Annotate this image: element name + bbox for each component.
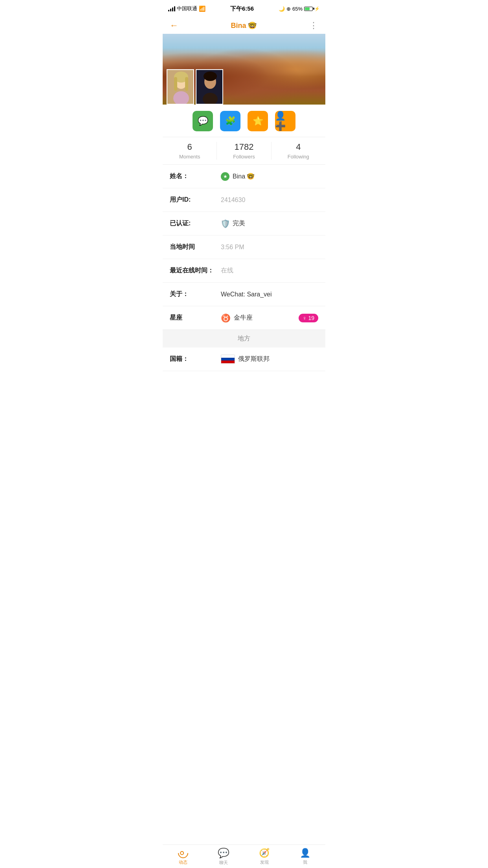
name-label: 姓名： xyxy=(170,172,221,180)
about-value: WeChat: Sara_vei xyxy=(221,291,272,298)
onlinetime-row: 最近在线时间： 在线 xyxy=(163,259,325,283)
photo-svg-2 xyxy=(196,70,223,105)
russia-flag-icon xyxy=(221,355,235,364)
gender-badge: ♀ 19 xyxy=(299,314,318,322)
zodiac-text: 金牛座 xyxy=(234,314,253,322)
nationality-text: 俄罗斯联邦 xyxy=(238,355,270,363)
following-count: 4 xyxy=(296,142,301,152)
charging-icon: ⚡ xyxy=(314,6,320,11)
action-buttons: 💬 🧩 ⭐ 👤➕ xyxy=(163,105,325,137)
following-label: Following xyxy=(288,154,309,160)
taurus-icon: ♉ xyxy=(221,313,231,323)
flag-stripe-white xyxy=(221,355,235,358)
status-right: 🌙 ⊕ 65% ⚡ xyxy=(279,6,320,12)
back-button[interactable]: ← xyxy=(170,20,178,31)
puzzle-button[interactable]: 🧩 xyxy=(220,111,240,131)
message-button[interactable]: 💬 xyxy=(193,111,213,131)
name-value: ★ Bina 🤓 xyxy=(221,172,255,181)
star-icon: ⭐ xyxy=(253,116,263,126)
cover-photo-1[interactable] xyxy=(167,69,194,105)
battery-fill xyxy=(305,7,310,10)
status-left: 中国联通 📶 xyxy=(168,5,205,12)
at-icon: ⊕ xyxy=(286,6,291,12)
moments-label: Moments xyxy=(179,154,200,160)
location-section-header: 地方 xyxy=(163,330,325,348)
svg-rect-3 xyxy=(174,77,177,91)
verified-star-icon: ★ xyxy=(221,172,229,181)
about-label: 关于： xyxy=(170,290,221,298)
favorite-button[interactable]: ⭐ xyxy=(248,111,268,131)
nationality-value: 俄罗斯联邦 xyxy=(221,355,270,364)
flag-stripe-blue xyxy=(221,358,235,360)
moon-icon: 🌙 xyxy=(279,6,285,12)
localtime-row: 当地时间 3:56 PM xyxy=(163,235,325,259)
battery-icon xyxy=(304,7,313,11)
localtime-value: 3:56 PM xyxy=(221,244,244,251)
flag-stripe-red xyxy=(221,360,235,363)
verified-row: 已认证: 🛡️ 完美 xyxy=(163,212,325,235)
message-icon: 💬 xyxy=(198,116,208,126)
puzzle-icon: 🧩 xyxy=(225,116,236,126)
page-title: Bina 🤓 xyxy=(231,21,257,30)
verified-label: 已认证: xyxy=(170,219,221,228)
verified-value: 🛡️ 完美 xyxy=(221,219,245,229)
onlinetime-label: 最近在线时间： xyxy=(170,267,221,275)
wifi-icon: 📶 xyxy=(199,6,205,12)
more-button[interactable]: ⋮ xyxy=(309,20,318,31)
onlinetime-value: 在线 xyxy=(221,267,233,275)
cover-photo-2[interactable] xyxy=(196,69,223,105)
followers-count: 1782 xyxy=(235,142,254,152)
zodiac-row: 星座 ♉ 金牛座 ♀ 19 xyxy=(163,306,325,330)
moments-stat[interactable]: 6 Moments xyxy=(163,142,216,160)
add-friend-button[interactable]: 👤➕ xyxy=(275,111,295,131)
profile-info: 姓名： ★ Bina 🤓 用户ID: 2414630 已认证: 🛡️ 完美 当地… xyxy=(163,165,325,330)
photo-svg-1 xyxy=(167,70,194,105)
status-bar: 中国联通 📶 下午6:56 🌙 ⊕ 65% ⚡ xyxy=(163,0,325,17)
verified-text: 完美 xyxy=(233,219,245,228)
name-text: Bina 🤓 xyxy=(233,173,255,180)
followers-stat[interactable]: 1782 Followers xyxy=(216,142,271,160)
moments-count: 6 xyxy=(187,142,192,152)
svg-rect-4 xyxy=(185,77,188,91)
signal-icon xyxy=(168,6,175,11)
svg-point-8 xyxy=(204,72,217,81)
userid-row: 用户ID: 2414630 xyxy=(163,188,325,212)
nationality-section: 国籍： 俄罗斯联邦 xyxy=(163,348,325,371)
about-row: 关于： WeChat: Sara_vei xyxy=(163,283,325,306)
name-row: 姓名： ★ Bina 🤓 xyxy=(163,165,325,188)
add-user-icon: 👤➕ xyxy=(275,111,295,131)
content-scroll: 💬 🧩 ⭐ 👤➕ 6 Moments 1782 Followers 4 Foll… xyxy=(163,34,325,397)
shield-icon: 🛡️ xyxy=(221,219,229,229)
followers-label: Followers xyxy=(233,154,255,160)
nationality-row: 国籍： 俄罗斯联邦 xyxy=(163,348,325,371)
nationality-label: 国籍： xyxy=(170,355,221,363)
zodiac-value: ♉ 金牛座 xyxy=(221,313,253,323)
userid-label: 用户ID: xyxy=(170,196,221,204)
userid-value: 2414630 xyxy=(221,197,245,204)
cover-banner xyxy=(163,34,325,105)
zodiac-label: 星座 xyxy=(170,314,221,322)
carrier-label: 中国联通 xyxy=(177,5,197,12)
localtime-label: 当地时间 xyxy=(170,243,221,251)
cover-photos xyxy=(167,69,223,105)
following-stat[interactable]: 4 Following xyxy=(271,142,325,160)
stats-row: 6 Moments 1782 Followers 4 Following xyxy=(163,137,325,165)
status-time: 下午6:56 xyxy=(230,5,254,13)
battery-percent: 65% xyxy=(292,6,303,12)
header: ← Bina 🤓 ⋮ xyxy=(163,17,325,34)
